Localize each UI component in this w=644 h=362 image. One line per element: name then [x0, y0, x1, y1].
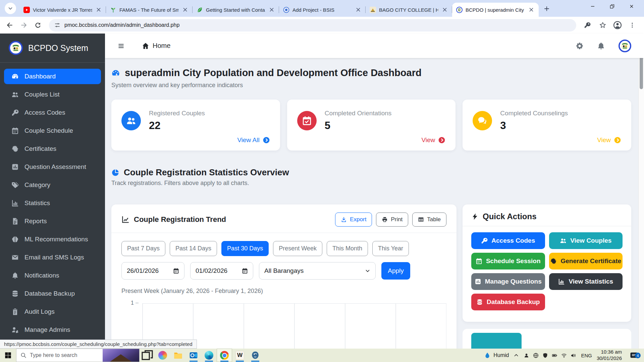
- address-bar[interactable]: pmoc.bccbsis.com/admin/admin_dashboard.p…: [49, 19, 576, 32]
- profile-button[interactable]: [612, 19, 623, 31]
- range-this-year[interactable]: This Year: [372, 241, 409, 256]
- chart-column-icon: [11, 199, 19, 207]
- qa-database-backup-button[interactable]: Database Backup: [471, 294, 545, 310]
- stat-view-link[interactable]: View: [422, 136, 446, 144]
- close-window-button[interactable]: [622, 0, 641, 13]
- qa-schedule-session-button[interactable]: Schedule Session: [471, 253, 545, 269]
- new-tab-button[interactable]: [542, 4, 551, 13]
- shield-icon[interactable]: [542, 353, 548, 358]
- chrome-taskbar-button[interactable]: [217, 349, 232, 362]
- w-app-taskbar-button[interactable]: W: [232, 349, 248, 362]
- qa-access-codes-button[interactable]: Access Codes: [471, 232, 545, 249]
- browser-tab[interactable]: BAGO CITY COLLEGE | HOM: [366, 3, 452, 17]
- clock[interactable]: 10:36 am 30/01/2026: [597, 349, 622, 362]
- browser-toolbar: pmoc.bccbsis.com/admin/admin_dashboard.p…: [0, 17, 644, 34]
- users-icon: [560, 237, 567, 244]
- browser-tab[interactable]: FAMAS - The Future of Sma: [106, 3, 193, 17]
- barangay-select[interactable]: All Barangays: [259, 262, 376, 280]
- refresh-button[interactable]: [32, 19, 44, 32]
- person-icon[interactable]: [524, 353, 529, 358]
- browser-tab[interactable]: Add Project - BSIS: [279, 3, 366, 17]
- volume-icon[interactable]: [571, 353, 576, 358]
- close-tab-icon[interactable]: [268, 6, 275, 13]
- close-tab-icon[interactable]: [441, 6, 448, 13]
- task-view-taskbar-button[interactable]: [140, 349, 155, 362]
- gear-icon[interactable]: [576, 42, 584, 50]
- sidebar-item-reports[interactable]: Reports: [4, 214, 101, 229]
- browser-tab[interactable]: Getting Started with Conta: [193, 3, 279, 17]
- outlook-taskbar-button[interactable]: [186, 349, 201, 362]
- sidebar-item-couples-list[interactable]: Couples List: [4, 87, 101, 102]
- range-past-7-days[interactable]: Past 7 Days: [121, 241, 165, 256]
- postgresql-taskbar-button[interactable]: [248, 349, 263, 362]
- tray-expand-icon[interactable]: [514, 353, 519, 358]
- sidebar-item-certificates[interactable]: Certificates: [4, 141, 101, 157]
- sidebar-item-dashboard[interactable]: Dashboard: [4, 69, 101, 84]
- edge-taskbar-button[interactable]: [201, 349, 217, 362]
- minimize-button[interactable]: [583, 0, 602, 13]
- sidebar-item-couple-schedule[interactable]: Couple Schedule: [4, 123, 101, 138]
- sidebar-item-category[interactable]: Category: [4, 177, 101, 193]
- range-past-14-days[interactable]: Past 14 Days: [170, 241, 217, 256]
- sidebar-item-ml-recommendations[interactable]: ML Recommendations: [4, 232, 101, 247]
- browser-tab[interactable]: Victor Valverde x JR Torres: [19, 3, 106, 17]
- sidebar-item-database-backup[interactable]: Database Backup: [4, 286, 101, 301]
- close-tab-icon[interactable]: [528, 6, 535, 13]
- hamburger-icon[interactable]: [118, 43, 124, 49]
- file-explorer-taskbar-button[interactable]: [170, 349, 186, 362]
- range-present-week[interactable]: Present Week: [273, 241, 322, 256]
- forward-button[interactable]: [17, 19, 30, 32]
- brand[interactable]: BCPDO System: [0, 34, 105, 62]
- weather-widget[interactable]: Humid: [484, 352, 509, 359]
- back-button[interactable]: [3, 19, 16, 32]
- sidebar-item-manage-admins[interactable]: Manage Admins: [4, 322, 101, 338]
- search-input[interactable]: [30, 352, 99, 358]
- copilot-taskbar-button[interactable]: [155, 349, 170, 362]
- bell-icon[interactable]: [597, 42, 605, 50]
- print-button[interactable]: Print: [376, 213, 408, 227]
- browser-menu-button[interactable]: [626, 19, 639, 32]
- range-past-30-days[interactable]: Past 30 Days: [221, 241, 269, 256]
- date-to-input[interactable]: 01/02/2026: [190, 262, 253, 280]
- close-tab-icon[interactable]: [355, 6, 362, 13]
- sidebar-item-notifications[interactable]: Notifications: [4, 268, 101, 283]
- sidebar-item-audit-logs[interactable]: Audit Logs: [4, 304, 101, 319]
- stat-view-link[interactable]: View All: [237, 136, 270, 144]
- language-indicator[interactable]: ENG: [581, 353, 592, 358]
- passwords-button[interactable]: [581, 19, 594, 32]
- tab-search-button[interactable]: [5, 3, 16, 14]
- home-link[interactable]: Home: [142, 42, 170, 50]
- range-this-month[interactable]: This Month: [327, 241, 368, 256]
- qa-manage-questions-button[interactable]: Manage Questions: [471, 273, 545, 290]
- sidebar-item-question-assessment[interactable]: Question Assessment: [4, 159, 101, 175]
- bookmark-button[interactable]: [596, 19, 609, 32]
- qa-view-couples-button[interactable]: View Couples: [549, 232, 623, 249]
- close-tab-icon[interactable]: [182, 6, 189, 13]
- sidebar-item-email-and-sms-logs[interactable]: Email and SMS Logs: [4, 250, 101, 265]
- apply-button[interactable]: Apply: [381, 262, 410, 280]
- start-button[interactable]: [0, 349, 16, 362]
- qa-view-statistics-button[interactable]: View Statistics: [549, 273, 623, 290]
- wifi-icon[interactable]: [561, 353, 567, 358]
- date-from-input[interactable]: 26/01/2026: [121, 262, 184, 280]
- restore-button[interactable]: [602, 0, 622, 13]
- partial-teal-button[interactable]: [471, 333, 522, 349]
- close-tab-icon[interactable]: [95, 6, 102, 13]
- taskbar-tray-area: Humid ENG 10:36 am 30/01/2026 4: [484, 349, 644, 362]
- sidebar-item-access-codes[interactable]: Access Codes: [4, 105, 101, 120]
- notification-center-button[interactable]: 4: [627, 351, 641, 359]
- globe-icon[interactable]: [533, 353, 539, 358]
- sidebar-item-statistics[interactable]: Statistics: [4, 195, 101, 211]
- page-scrollbar[interactable]: [638, 34, 644, 349]
- stat-view-link[interactable]: View: [597, 136, 621, 144]
- battery-icon[interactable]: [552, 353, 557, 358]
- person-circle-icon: [613, 21, 622, 29]
- browser-tab[interactable]: BCPDO | superadmin City: [452, 3, 539, 17]
- qa-generate-certificate-button[interactable]: Generate Certificate: [549, 253, 623, 269]
- page-subtitle: System overview and key performance indi…: [111, 82, 631, 89]
- taskbar-search[interactable]: [16, 349, 140, 362]
- user-avatar[interactable]: [619, 40, 631, 52]
- export-button[interactable]: Export: [335, 213, 372, 227]
- table-button[interactable]: Table: [412, 213, 446, 227]
- tab-title: BAGO CITY COLLEGE | HOM: [379, 7, 438, 13]
